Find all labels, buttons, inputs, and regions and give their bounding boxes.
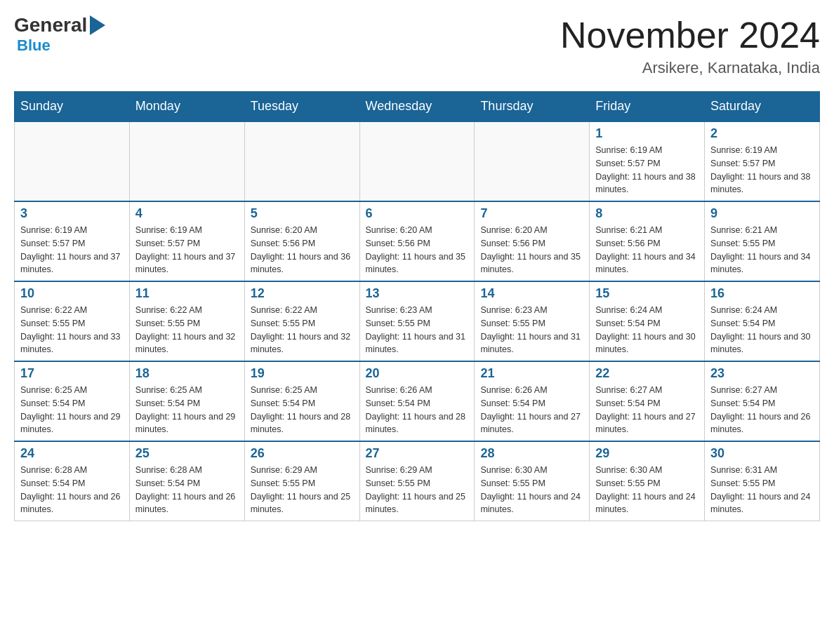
day-number: 24 <box>20 446 124 461</box>
calendar-week-row: 10Sunrise: 6:22 AMSunset: 5:55 PMDayligh… <box>15 281 820 361</box>
day-info: Sunrise: 6:25 AMSunset: 5:54 PMDaylight:… <box>251 384 354 436</box>
col-tuesday: Tuesday <box>244 92 359 122</box>
day-number: 5 <box>251 206 354 221</box>
day-info: Sunrise: 6:22 AMSunset: 5:55 PMDaylight:… <box>135 304 239 356</box>
calendar-cell: 1Sunrise: 6:19 AMSunset: 5:57 PMDaylight… <box>590 121 705 201</box>
day-info: Sunrise: 6:21 AMSunset: 5:55 PMDaylight:… <box>710 224 814 276</box>
day-info: Sunrise: 6:23 AMSunset: 5:55 PMDaylight:… <box>366 304 469 356</box>
day-info: Sunrise: 6:28 AMSunset: 5:54 PMDaylight:… <box>20 464 124 516</box>
day-number: 21 <box>480 366 583 381</box>
calendar-table: Sunday Monday Tuesday Wednesday Thursday… <box>14 91 820 521</box>
day-number: 7 <box>480 206 583 221</box>
day-number: 17 <box>20 366 124 381</box>
calendar-cell <box>244 121 359 201</box>
calendar-cell: 27Sunrise: 6:29 AMSunset: 5:55 PMDayligh… <box>359 441 475 521</box>
col-monday: Monday <box>129 92 244 122</box>
calendar-cell: 6Sunrise: 6:20 AMSunset: 5:56 PMDaylight… <box>359 201 475 281</box>
calendar-cell <box>475 121 590 201</box>
day-number: 3 <box>20 206 124 221</box>
day-info: Sunrise: 6:29 AMSunset: 5:55 PMDaylight:… <box>251 464 354 516</box>
day-info: Sunrise: 6:25 AMSunset: 5:54 PMDaylight:… <box>135 384 239 436</box>
logo-blue-text: Blue <box>17 36 51 55</box>
col-thursday: Thursday <box>475 92 590 122</box>
day-number: 2 <box>710 126 814 141</box>
calendar-cell: 26Sunrise: 6:29 AMSunset: 5:55 PMDayligh… <box>244 441 359 521</box>
day-info: Sunrise: 6:22 AMSunset: 5:55 PMDaylight:… <box>251 304 354 356</box>
day-info: Sunrise: 6:30 AMSunset: 5:55 PMDaylight:… <box>595 464 699 516</box>
calendar-cell: 21Sunrise: 6:26 AMSunset: 5:54 PMDayligh… <box>475 361 590 441</box>
day-info: Sunrise: 6:27 AMSunset: 5:54 PMDaylight:… <box>595 384 699 436</box>
month-title: November 2024 <box>560 14 820 56</box>
calendar-cell: 9Sunrise: 6:21 AMSunset: 5:55 PMDaylight… <box>705 201 820 281</box>
day-number: 10 <box>20 286 124 301</box>
day-number: 19 <box>251 366 354 381</box>
day-number: 29 <box>595 446 699 461</box>
day-info: Sunrise: 6:23 AMSunset: 5:55 PMDaylight:… <box>480 304 583 356</box>
calendar-cell: 25Sunrise: 6:28 AMSunset: 5:54 PMDayligh… <box>129 441 244 521</box>
calendar-week-row: 1Sunrise: 6:19 AMSunset: 5:57 PMDaylight… <box>15 121 820 201</box>
day-number: 14 <box>480 286 583 301</box>
day-number: 28 <box>480 446 583 461</box>
calendar-cell <box>15 121 130 201</box>
calendar-cell <box>359 121 475 201</box>
col-sunday: Sunday <box>15 92 130 122</box>
day-info: Sunrise: 6:26 AMSunset: 5:54 PMDaylight:… <box>480 384 583 436</box>
col-saturday: Saturday <box>705 92 820 122</box>
day-info: Sunrise: 6:19 AMSunset: 5:57 PMDaylight:… <box>595 144 699 196</box>
col-wednesday: Wednesday <box>359 92 475 122</box>
day-number: 15 <box>595 286 699 301</box>
calendar-cell: 15Sunrise: 6:24 AMSunset: 5:54 PMDayligh… <box>590 281 705 361</box>
day-info: Sunrise: 6:22 AMSunset: 5:55 PMDaylight:… <box>20 304 124 356</box>
calendar-cell: 12Sunrise: 6:22 AMSunset: 5:55 PMDayligh… <box>244 281 359 361</box>
day-number: 18 <box>135 366 239 381</box>
day-number: 1 <box>595 126 699 141</box>
day-info: Sunrise: 6:24 AMSunset: 5:54 PMDaylight:… <box>710 304 814 356</box>
calendar-cell: 14Sunrise: 6:23 AMSunset: 5:55 PMDayligh… <box>475 281 590 361</box>
day-info: Sunrise: 6:19 AMSunset: 5:57 PMDaylight:… <box>135 224 239 276</box>
logo-triangle-icon <box>90 15 105 35</box>
calendar-cell: 17Sunrise: 6:25 AMSunset: 5:54 PMDayligh… <box>15 361 130 441</box>
calendar-header-row: Sunday Monday Tuesday Wednesday Thursday… <box>15 92 820 122</box>
day-info: Sunrise: 6:27 AMSunset: 5:54 PMDaylight:… <box>710 384 814 436</box>
day-number: 25 <box>135 446 239 461</box>
calendar-cell: 30Sunrise: 6:31 AMSunset: 5:55 PMDayligh… <box>705 441 820 521</box>
day-info: Sunrise: 6:25 AMSunset: 5:54 PMDaylight:… <box>20 384 124 436</box>
day-info: Sunrise: 6:31 AMSunset: 5:55 PMDaylight:… <box>710 464 814 516</box>
calendar-cell: 8Sunrise: 6:21 AMSunset: 5:56 PMDaylight… <box>590 201 705 281</box>
day-info: Sunrise: 6:20 AMSunset: 5:56 PMDaylight:… <box>366 224 469 276</box>
calendar-week-row: 24Sunrise: 6:28 AMSunset: 5:54 PMDayligh… <box>15 441 820 521</box>
calendar-cell: 11Sunrise: 6:22 AMSunset: 5:55 PMDayligh… <box>129 281 244 361</box>
calendar-cell: 29Sunrise: 6:30 AMSunset: 5:55 PMDayligh… <box>590 441 705 521</box>
day-number: 12 <box>251 286 354 301</box>
day-number: 4 <box>135 206 239 221</box>
day-info: Sunrise: 6:20 AMSunset: 5:56 PMDaylight:… <box>251 224 354 276</box>
col-friday: Friday <box>590 92 705 122</box>
calendar-cell: 20Sunrise: 6:26 AMSunset: 5:54 PMDayligh… <box>359 361 475 441</box>
calendar-cell: 28Sunrise: 6:30 AMSunset: 5:55 PMDayligh… <box>475 441 590 521</box>
day-info: Sunrise: 6:19 AMSunset: 5:57 PMDaylight:… <box>20 224 124 276</box>
calendar-cell <box>129 121 244 201</box>
calendar-cell: 10Sunrise: 6:22 AMSunset: 5:55 PMDayligh… <box>15 281 130 361</box>
day-info: Sunrise: 6:20 AMSunset: 5:56 PMDaylight:… <box>480 224 583 276</box>
calendar-cell: 13Sunrise: 6:23 AMSunset: 5:55 PMDayligh… <box>359 281 475 361</box>
day-info: Sunrise: 6:24 AMSunset: 5:54 PMDaylight:… <box>595 304 699 356</box>
calendar-cell: 4Sunrise: 6:19 AMSunset: 5:57 PMDaylight… <box>129 201 244 281</box>
day-info: Sunrise: 6:28 AMSunset: 5:54 PMDaylight:… <box>135 464 239 516</box>
day-number: 20 <box>366 366 469 381</box>
day-number: 27 <box>366 446 469 461</box>
calendar-week-row: 3Sunrise: 6:19 AMSunset: 5:57 PMDaylight… <box>15 201 820 281</box>
day-info: Sunrise: 6:21 AMSunset: 5:56 PMDaylight:… <box>595 224 699 276</box>
day-number: 13 <box>366 286 469 301</box>
calendar-cell: 5Sunrise: 6:20 AMSunset: 5:56 PMDaylight… <box>244 201 359 281</box>
day-number: 30 <box>710 446 814 461</box>
day-number: 11 <box>135 286 239 301</box>
location-title: Arsikere, Karnataka, India <box>560 59 820 77</box>
day-info: Sunrise: 6:30 AMSunset: 5:55 PMDaylight:… <box>480 464 583 516</box>
calendar-cell: 24Sunrise: 6:28 AMSunset: 5:54 PMDayligh… <box>15 441 130 521</box>
calendar-cell: 3Sunrise: 6:19 AMSunset: 5:57 PMDaylight… <box>15 201 130 281</box>
day-info: Sunrise: 6:29 AMSunset: 5:55 PMDaylight:… <box>366 464 469 516</box>
day-number: 16 <box>710 286 814 301</box>
day-info: Sunrise: 6:19 AMSunset: 5:57 PMDaylight:… <box>710 144 814 196</box>
day-number: 26 <box>251 446 354 461</box>
day-info: Sunrise: 6:26 AMSunset: 5:54 PMDaylight:… <box>366 384 469 436</box>
